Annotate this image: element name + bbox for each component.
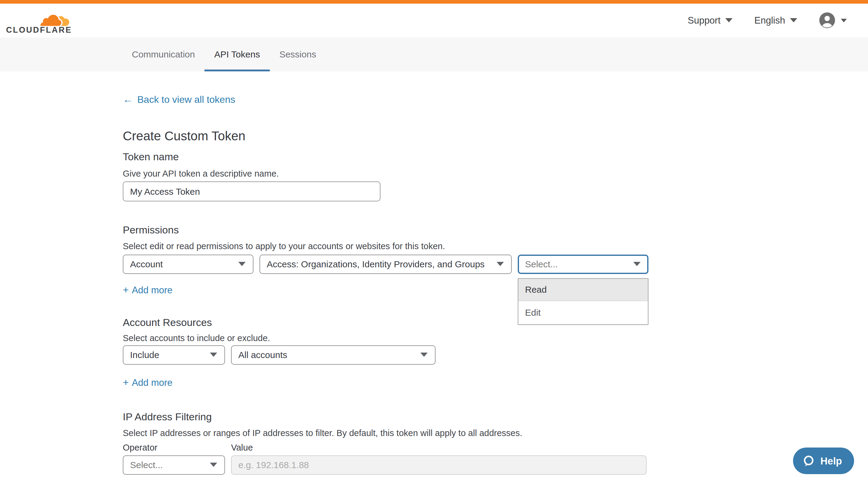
token-name-heading: Token name: [123, 150, 868, 164]
plus-icon: +: [123, 377, 129, 388]
permissions-add-more-label: Add more: [132, 284, 173, 296]
account-resources-add-more-link[interactable]: + Add more: [123, 377, 173, 389]
token-name-input[interactable]: [123, 181, 380, 201]
menu-option-read[interactable]: Read: [518, 279, 648, 301]
cloudflare-wordmark: CLOUDFLARE: [6, 27, 70, 34]
resource-mode-value: Include: [130, 350, 159, 360]
brand-accent-bar: [0, 0, 868, 4]
chat-bubble-icon: [802, 454, 815, 467]
tab-sessions[interactable]: Sessions: [270, 37, 326, 71]
permissions-heading: Permissions: [123, 223, 868, 237]
back-arrow-icon: ←: [123, 94, 133, 105]
chevron-down-icon: [725, 19, 733, 23]
main-content: ← Back to view all tokens Create Custom …: [0, 71, 868, 475]
chevron-down-icon: [790, 19, 797, 23]
cloudflare-logo[interactable]: CLOUDFLARE: [6, 11, 70, 34]
permissions-description: Select edit or read permissions to apply…: [123, 240, 868, 252]
language-menu[interactable]: English: [754, 15, 797, 26]
value-label: Value: [231, 442, 647, 453]
operator-dropdown[interactable]: Select...: [123, 455, 225, 475]
operator-label: Operator: [123, 442, 225, 453]
support-menu[interactable]: Support: [688, 15, 733, 26]
permissions-row: Account Access: Organizations, Identity …: [123, 254, 868, 274]
chevron-down-icon: [238, 262, 246, 266]
account-resources-heading: Account Resources: [123, 316, 868, 329]
account-resources-row: Include All accounts: [123, 345, 868, 364]
profile-tabbar: Communication API Tokens Sessions: [0, 37, 868, 71]
tab-api-tokens[interactable]: API Tokens: [205, 37, 270, 71]
ip-filtering-labels-row: Operator Value: [123, 442, 868, 453]
menu-option-edit[interactable]: Edit: [518, 301, 648, 324]
ip-filtering-inputs-row: Select...: [123, 455, 868, 475]
permission-scope-dropdown[interactable]: Account: [123, 254, 253, 274]
permission-resource-dropdown[interactable]: Access: Organizations, Identity Provider…: [259, 254, 512, 274]
ip-filtering-heading: IP Address Filtering: [123, 410, 868, 424]
plus-icon: +: [123, 285, 129, 295]
permissions-add-more-link[interactable]: + Add more: [123, 284, 173, 296]
back-link-label: Back to view all tokens: [137, 93, 235, 105]
resource-mode-dropdown[interactable]: Include: [123, 345, 225, 364]
permission-level-dropdown[interactable]: Select...: [518, 254, 648, 274]
permission-level-menu: Read Edit: [518, 278, 648, 324]
chevron-down-icon: [841, 19, 847, 22]
page-title: Create Custom Token: [123, 128, 868, 143]
operator-placeholder: Select...: [130, 460, 163, 470]
account-resources-add-more-label: Add more: [132, 377, 173, 389]
chevron-down-icon: [210, 353, 217, 357]
user-avatar-icon: [819, 12, 835, 29]
ip-value-input[interactable]: [231, 455, 647, 475]
chevron-down-icon: [497, 262, 504, 266]
resource-selection-value: All accounts: [238, 350, 287, 360]
permission-level-select-wrap: Select... Read Edit: [518, 254, 648, 274]
cloudflare-dashboard: CLOUDFLARE Support English Communicat: [0, 0, 868, 482]
language-menu-label: English: [754, 15, 785, 26]
support-menu-label: Support: [688, 15, 721, 26]
account-menu[interactable]: [819, 12, 847, 29]
account-resources-description: Select accounts to include or exclude.: [123, 332, 868, 344]
back-to-tokens-link[interactable]: ← Back to view all tokens: [123, 93, 235, 105]
tab-communication[interactable]: Communication: [122, 37, 205, 71]
chevron-down-icon: [421, 353, 428, 357]
help-button-label: Help: [820, 455, 842, 467]
chevron-down-icon: [210, 463, 217, 467]
ip-filtering-description: Select IP addresses or ranges of IP addr…: [123, 427, 868, 439]
chevron-down-icon: [633, 262, 641, 266]
header: CLOUDFLARE Support English: [0, 4, 868, 37]
cloudflare-cloud-icon: [37, 11, 70, 28]
token-name-description: Give your API token a descriptive name.: [123, 168, 868, 179]
help-button[interactable]: Help: [793, 448, 854, 474]
permission-level-placeholder: Select...: [525, 259, 558, 269]
resource-selection-dropdown[interactable]: All accounts: [231, 345, 435, 364]
permission-resource-value: Access: Organizations, Identity Provider…: [267, 259, 485, 269]
permission-scope-value: Account: [130, 259, 163, 269]
header-nav: Support English: [688, 12, 847, 29]
